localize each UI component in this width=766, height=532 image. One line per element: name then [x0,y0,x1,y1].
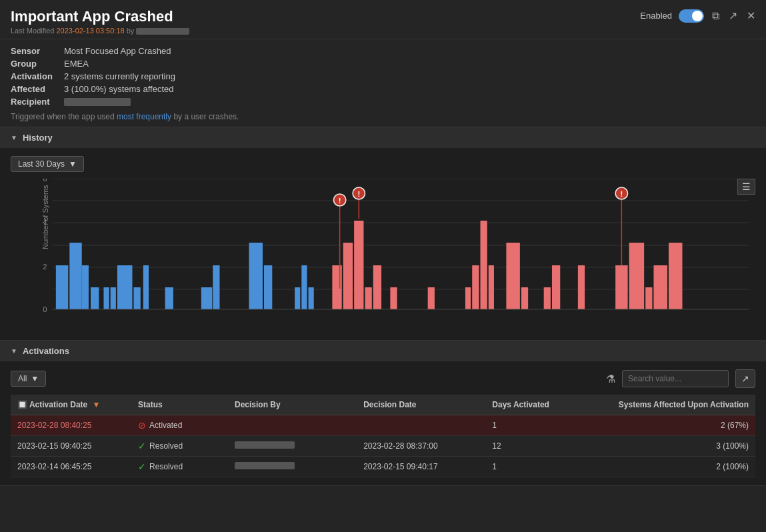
cell-decision-date: 2023-02-28 08:37:00 [357,436,485,457]
svg-rect-14 [111,287,116,309]
cell-days-activated: 1 [485,457,582,477]
history-title: History [23,133,53,143]
sensor-value: Most Focused App Crashed [64,46,171,56]
activated-icon: ⊘ [138,420,146,431]
last-modified: Last Modified 2023-02-13 03:50:18 by [11,27,755,35]
svg-rect-28 [343,243,353,309]
copy-button[interactable]: ⧉ [711,9,721,23]
toggle-knob [692,11,703,21]
history-section-header[interactable]: ▼ History [0,127,766,148]
activation-label: Activation [11,71,64,81]
affected-value: 3 (100.0%) systems affected [64,84,174,94]
col-header-activation-date[interactable]: 🔲 Activation Date ▼ [11,395,131,415]
table-row: 2023-02-15 09:40:25✓Resolved2023-02-28 0… [11,436,755,457]
activation-value: 2 systems currently reporting [64,71,175,81]
cell-status: ✓Resolved [131,436,228,457]
activations-filter-dropdown[interactable]: All ▼ [11,371,46,387]
chart-container: ☰ Number of Systems 6 4 2 [11,179,755,332]
description: Triggered when the app used most frequen… [11,112,755,121]
col-header-status[interactable]: Status [131,395,228,415]
sort-icon: ▼ [93,400,101,409]
svg-rect-11 [69,243,81,309]
svg-rect-44 [578,265,585,309]
header-controls: Enabled ⧉ ↗ ✕ [640,8,757,23]
activations-title: Activations [23,346,69,356]
header: Important App Crashed Last Modified 2023… [0,0,766,39]
filter-dropdown-arrow-icon: ▼ [31,374,39,383]
svg-rect-10 [56,265,68,309]
history-chevron-icon: ▼ [11,134,17,141]
sensor-label: Sensor [11,46,64,56]
export-activations-button[interactable]: ↗ [735,369,755,388]
cell-systems-affected: 2 (100%) [582,457,755,477]
table-row: 2023-02-28 08:40:25⊘Activated12 (67%) [11,415,755,436]
cell-days-activated: 12 [485,436,582,457]
svg-rect-25 [301,265,307,309]
enabled-toggle[interactable] [679,9,704,23]
affected-label: Affected [11,84,64,94]
svg-rect-48 [645,287,652,309]
svg-rect-37 [472,265,479,309]
svg-text:!: ! [620,190,623,198]
enabled-label: Enabled [640,11,672,21]
cell-activation-date: 2023-02-15 09:40:25 [11,436,131,457]
svg-rect-45 [615,265,627,309]
recipient-value [64,98,131,106]
close-button[interactable]: ✕ [745,8,757,23]
svg-rect-13 [103,287,109,309]
info-section: Sensor Most Focused App Crashed Group EM… [0,39,766,127]
recipient-label: Recipient [11,97,64,107]
svg-rect-27 [332,265,341,309]
cell-activation-date: 2023-02-28 08:40:25 [11,415,131,436]
table-row: 2023-02-14 06:45:25✓Resolved2023-02-15 0… [11,457,755,477]
export-button[interactable]: ↗ [727,8,739,23]
cell-systems-affected: 3 (100%) [582,436,755,457]
svg-rect-32 [365,287,372,309]
chart-area: Number of Systems 6 4 2 0 [32,179,755,312]
col-header-decision-by[interactable]: Decision By [228,395,357,415]
activations-chevron-icon: ▼ [11,347,17,355]
cell-decision-by [228,457,357,477]
svg-rect-23 [264,265,272,309]
cell-decision-by [228,436,357,457]
filter-icon: ⚗ [606,373,615,385]
resolved-icon: ✓ [138,461,146,472]
cell-decision-by [228,415,357,436]
svg-rect-40 [506,243,519,309]
svg-rect-19 [165,287,173,309]
svg-text:2: 2 [43,263,47,271]
activations-section-header[interactable]: ▼ Activations [0,341,766,361]
svg-rect-12 [82,265,89,309]
svg-rect-43 [552,265,560,309]
col-header-systems-affected[interactable]: Systems Affected Upon Activation [582,395,755,415]
svg-rect-36 [465,287,471,309]
status-text: Resolved [149,441,183,451]
main-panel: Important App Crashed Last Modified 2023… [0,0,766,532]
history-dropdown[interactable]: Last 30 Days ▼ [11,156,84,172]
decision-by-blurred [235,441,295,449]
svg-rect-20 [201,287,212,309]
svg-rect-26 [309,287,314,309]
cell-decision-date: 2023-02-15 09:40:17 [357,457,485,477]
chart-menu-button[interactable]: ☰ [737,179,755,195]
dropdown-arrow-icon: ▼ [69,159,77,169]
history-section: ▼ History Last 30 Days ▼ ☰ Number of Sys… [0,127,766,341]
group-label: Group [11,59,64,69]
affected-row: Affected 3 (100.0%) systems affected [11,84,755,94]
col-header-decision-date[interactable]: Decision Date [357,395,485,415]
svg-rect-16 [117,265,133,309]
chart-svg: 6 4 2 0 [32,179,755,312]
svg-rect-49 [653,265,667,309]
decision-by-blurred [235,462,295,469]
cell-systems-affected: 2 (67%) [582,415,755,436]
activations-controls: All ▼ ⚗ ↗ [11,369,755,388]
svg-text:!: ! [339,197,341,205]
svg-rect-15 [91,287,99,309]
cell-activation-date: 2023-02-14 06:45:25 [11,457,131,477]
col-header-days-activated[interactable]: Days Activated [485,395,582,415]
svg-rect-39 [489,265,494,309]
activations-section: ▼ Activations All ▼ ⚗ ↗ 🔲 Activation [0,341,766,486]
svg-rect-41 [521,287,528,309]
group-value: EMEA [64,59,89,69]
search-input[interactable] [622,370,729,387]
